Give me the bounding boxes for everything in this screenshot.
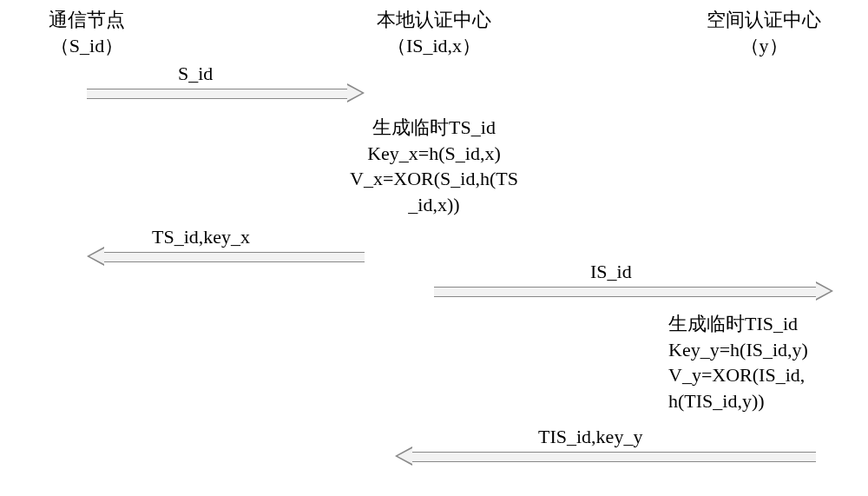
arrow-2-label: TS_id,key_x (152, 226, 250, 248)
calc-space-line4: h(TIS_id,y)) (668, 388, 868, 414)
arrow-2-head (87, 247, 104, 266)
actor-node-sub: （S_id） (0, 33, 174, 59)
arrow-4-head (395, 446, 412, 466)
arrow-3-head (816, 281, 833, 301)
actor-space: 空间认证中心 （y） (660, 7, 868, 59)
calc-local-line4: _id,x)) (269, 192, 599, 218)
arrow-2-body (104, 252, 365, 262)
calc-space-line3: V_y=XOR(IS_id, (668, 362, 868, 388)
calc-local-line3: V_x=XOR(S_id,h(TS (269, 166, 599, 192)
actor-local-sub: （IS_id,x） (321, 33, 547, 59)
arrow-3-body (434, 287, 816, 297)
arrow-4-body (412, 452, 816, 462)
actor-space-sub: （y） (660, 33, 868, 59)
actor-node-title: 通信节点 (0, 7, 174, 33)
calc-local-line2: Key_x=h(S_id,x) (269, 141, 599, 167)
actor-local-title: 本地认证中心 (321, 7, 547, 33)
arrow-1-head (347, 83, 365, 103)
arrow-1-label: S_id (178, 63, 213, 85)
calc-block-local: 生成临时TS_id Key_x=h(S_id,x) V_x=XOR(S_id,h… (269, 115, 599, 218)
calc-local-line1: 生成临时TS_id (269, 115, 599, 141)
arrow-3-label: IS_id (590, 261, 632, 283)
actor-space-title: 空间认证中心 (660, 7, 868, 33)
calc-space-line1: 生成临时TIS_id (668, 311, 868, 337)
arrow-4-label: TIS_id,key_y (538, 426, 642, 448)
calc-space-line2: Key_y=h(IS_id,y) (668, 337, 868, 363)
calc-block-space: 生成临时TIS_id Key_y=h(IS_id,y) V_y=XOR(IS_i… (668, 311, 868, 414)
actor-local: 本地认证中心 （IS_id,x） (321, 7, 547, 59)
actor-node: 通信节点 （S_id） (0, 7, 174, 59)
arrow-1-body (87, 89, 347, 99)
